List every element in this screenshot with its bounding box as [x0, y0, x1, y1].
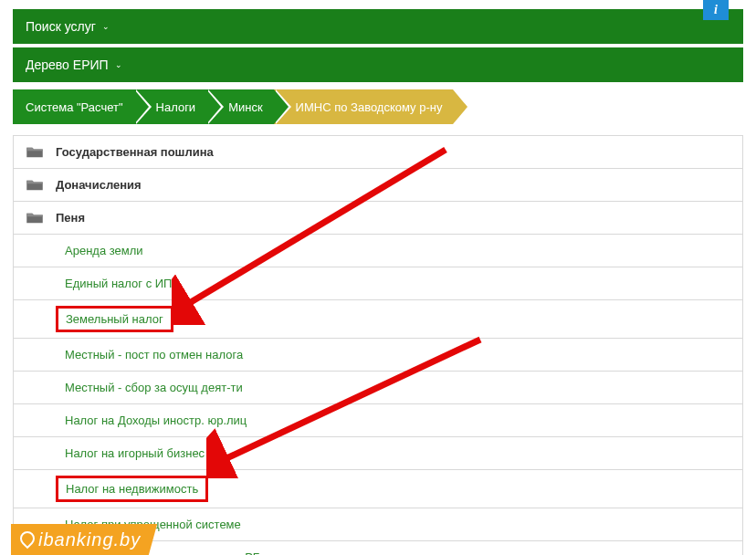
service-item[interactable]: Налог на Доходы иностр. юр.лиц: [14, 404, 742, 437]
erip-tree-bar[interactable]: Дерево ЕРИП ⌄: [13, 47, 743, 82]
search-services-bar[interactable]: Поиск услуг ⌄: [13, 9, 743, 44]
folder-icon: [26, 179, 43, 192]
service-item[interactable]: Местный - сбор за осущ деят-ти: [14, 372, 742, 404]
folder-label: Доначисления: [56, 178, 142, 192]
info-button[interactable]: i: [703, 0, 729, 20]
search-services-label: Поиск услуг: [26, 19, 96, 34]
chevron-down-icon: ⌄: [102, 22, 110, 31]
service-item[interactable]: Налог на недвижимость: [14, 470, 742, 508]
erip-tree-label: Дерево ЕРИП: [26, 58, 109, 72]
service-label: Единый налог с ИП: [65, 277, 172, 290]
breadcrumb: Система "Расчет"НалогиМинскИМНС по Завод…: [13, 89, 743, 124]
service-item[interactable]: Местный - пост по отмен налога: [14, 339, 742, 372]
breadcrumb-item-0[interactable]: Система "Расчет": [13, 89, 134, 124]
watermark-logo: ibanking.by: [11, 524, 157, 555]
folder-icon: [26, 212, 43, 225]
service-label: Налог на недвижимость: [56, 476, 208, 502]
folder-label: Государственная пошлина: [56, 145, 214, 159]
service-label: Местный - сбор за осущ деят-ти: [65, 381, 243, 394]
service-label: Налог на Доходы иностр. юр.лиц: [65, 414, 247, 427]
folder-row[interactable]: Государственная пошлина: [14, 136, 742, 169]
service-label: Аренда земли: [65, 244, 143, 257]
service-label: Местный - пост по отмен налога: [65, 348, 243, 361]
info-icon: i: [714, 3, 718, 17]
folder-icon: [26, 146, 43, 159]
service-label: Налог на игорный бизнес: [65, 446, 205, 460]
breadcrumb-item-3[interactable]: ИМНС по Заводскому р-ну: [274, 89, 454, 124]
folder-row[interactable]: Пеня: [14, 202, 742, 235]
service-item[interactable]: Земельный налог: [14, 300, 742, 339]
service-item[interactable]: Единый налог с ИП: [14, 267, 742, 300]
service-item[interactable]: Налог на игорный бизнес: [14, 437, 742, 470]
chevron-down-icon: ⌄: [115, 60, 122, 69]
folder-label: Пеня: [56, 211, 85, 225]
services-list: Государственная пошлинаДоначисленияПеняА…: [13, 135, 743, 555]
service-item[interactable]: Аренда земли: [14, 235, 742, 267]
folder-row[interactable]: Доначисления: [14, 169, 742, 202]
service-label: Земельный налог: [56, 306, 173, 332]
